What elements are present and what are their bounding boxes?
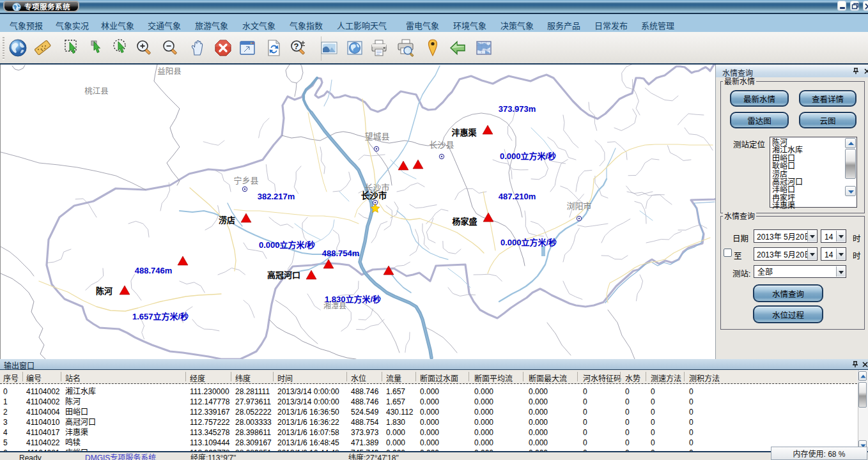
svg-text:桃江县: 桃江县: [84, 84, 109, 96]
svg-text:杨家盛: 杨家盛: [452, 215, 477, 227]
svg-text:1.830立方米/秒: 1.830立方米/秒: [325, 293, 381, 305]
svg-text:涝店: 涝店: [219, 213, 235, 226]
svg-text:0.000立方米/秒: 0.000立方米/秒: [500, 236, 557, 248]
svg-text:?: ?: [294, 42, 299, 51]
svg-text:益阳县: 益阳县: [157, 65, 182, 77]
svg-text:陈河: 陈河: [96, 284, 112, 296]
svg-text:382.217m: 382.217m: [258, 190, 295, 202]
svg-text:高冠河口: 高冠河口: [267, 268, 300, 280]
svg-text:488.746m: 488.746m: [135, 264, 173, 276]
svg-text:1.657立方米/秒: 1.657立方米/秒: [132, 310, 189, 322]
svg-text:373.973m: 373.973m: [499, 102, 536, 114]
svg-text:长沙县: 长沙县: [429, 138, 454, 150]
svg-text:0.000立方米/秒: 0.000立方米/秒: [259, 238, 315, 250]
svg-text:望城县: 望城县: [364, 130, 389, 142]
svg-text:488.754m: 488.754m: [322, 247, 360, 259]
svg-text:浏阳市: 浏阳市: [566, 199, 591, 211]
svg-text:宁乡县: 宁乡县: [233, 174, 258, 186]
svg-text:沣惠渠: 沣惠渠: [451, 126, 477, 138]
svg-text:长沙市: 长沙市: [361, 188, 387, 201]
svg-text:0.000立方米/秒: 0.000立方米/秒: [500, 150, 556, 162]
svg-text:487.210m: 487.210m: [499, 190, 536, 202]
